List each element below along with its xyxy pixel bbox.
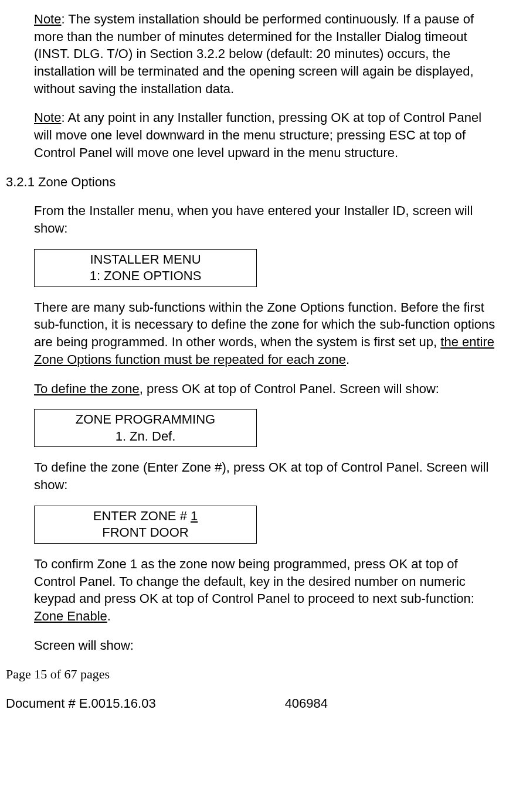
note-label: Note: [34, 12, 61, 26]
lcd-line: 1: ZONE OPTIONS: [35, 268, 256, 285]
note-label: Note: [34, 110, 61, 125]
lcd-display-enter-zone: ENTER ZONE # 1 FRONT DOOR: [34, 506, 257, 544]
lcd-display-zone-programming: ZONE PROGRAMMING 1. Zn. Def.: [34, 409, 257, 447]
note-paragraph-2: Note: At any point in any Installer func…: [34, 109, 498, 161]
note-text: : At any point in any Installer function…: [34, 110, 481, 159]
lcd-line: ZONE PROGRAMMING: [35, 411, 256, 428]
footer-document-number: Document # E.0015.16.03: [6, 695, 156, 712]
text: There are many sub-functions within the …: [34, 300, 495, 349]
underlined-text: Zone Enable: [34, 609, 107, 623]
lcd-line: INSTALLER MENU: [35, 251, 256, 268]
lcd-line: FRONT DOOR: [35, 524, 256, 541]
lcd-display-installer-menu: INSTALLER MENU 1: ZONE OPTIONS: [34, 249, 257, 287]
paragraph: There are many sub-functions within the …: [34, 299, 498, 369]
lcd-zone-number: 1: [191, 509, 198, 523]
text: To confirm Zone 1 as the zone now being …: [34, 557, 474, 606]
text: , press OK at top of Control Panel. Scre…: [140, 381, 439, 396]
text: .: [107, 609, 111, 623]
lcd-line: ENTER ZONE # 1: [35, 508, 256, 525]
underlined-text: To define the zone: [34, 381, 140, 396]
paragraph: Screen will show:: [34, 637, 498, 654]
note-text: : The system installation should be perf…: [34, 12, 474, 96]
text: .: [346, 352, 349, 367]
paragraph: From the Installer menu, when you have e…: [34, 202, 498, 237]
note-paragraph-1: Note: The system installation should be …: [34, 11, 498, 97]
section-title: Zone Options: [38, 175, 116, 189]
paragraph: To define the zone, press OK at top of C…: [34, 380, 498, 398]
footer-page-number: Page 15 of 67 pages: [6, 666, 498, 683]
paragraph: To define the zone (Enter Zone #), press…: [34, 459, 498, 493]
footer-document-info: Document # E.0015.16.03 406984: [6, 695, 498, 712]
lcd-line: 1. Zn. Def.: [35, 428, 256, 445]
lcd-text: ENTER ZONE #: [93, 509, 191, 523]
section-heading: 3.2.1 Zone Options: [6, 173, 498, 191]
section-number: 3.2.1: [6, 173, 35, 191]
paragraph: To confirm Zone 1 as the zone now being …: [34, 555, 498, 625]
footer-right-number: 406984: [285, 695, 328, 712]
